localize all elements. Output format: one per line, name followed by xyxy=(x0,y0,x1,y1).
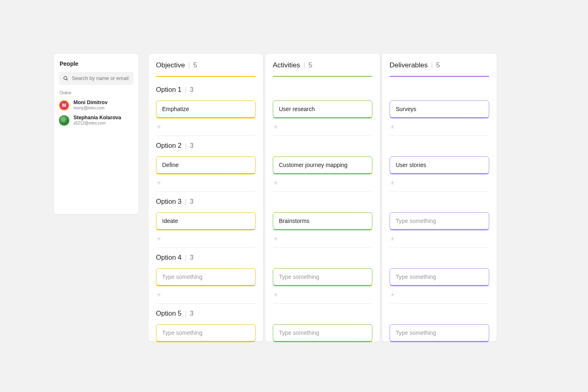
search-icon xyxy=(63,76,69,81)
separator: | xyxy=(431,61,433,69)
add-card-button[interactable]: + xyxy=(273,176,372,190)
section: Brainstorms + xyxy=(273,192,372,248)
card[interactable]: Customer journey mapping xyxy=(273,156,372,174)
card[interactable]: Emphatize xyxy=(156,100,256,118)
separator: | xyxy=(185,86,186,94)
column-objective: Objective | 5 Option 1 | 3 Emphatize + O… xyxy=(149,54,263,341)
section: Surveys + xyxy=(390,80,489,136)
separator: | xyxy=(185,310,186,317)
add-card-button[interactable]: + xyxy=(390,120,489,134)
section: User stories + xyxy=(390,136,489,192)
column-count: 5 xyxy=(436,61,440,69)
spacer xyxy=(390,310,489,324)
column-count: 5 xyxy=(193,61,197,69)
card[interactable]: User research xyxy=(273,100,372,118)
spacer xyxy=(273,86,372,100)
card[interactable]: Type something xyxy=(390,268,489,285)
card[interactable]: Type something xyxy=(273,268,372,285)
section-count: 3 xyxy=(190,142,194,149)
card[interactable]: Type something xyxy=(390,324,489,341)
section-title: Option 4 xyxy=(156,254,181,261)
plus-icon: + xyxy=(157,123,161,131)
plus-icon: + xyxy=(157,179,161,187)
column-title: Deliverables xyxy=(390,61,428,69)
spacer xyxy=(390,198,489,212)
section-title: Option 2 xyxy=(156,142,181,149)
column-count: 5 xyxy=(309,61,312,69)
column-deliverables: Deliverables | 5 Surveys + User stories … xyxy=(382,54,497,341)
add-card-button[interactable]: + xyxy=(156,232,256,246)
person-row[interactable]: Stephania Kolarova s5212@miro.com xyxy=(59,113,134,128)
card[interactable]: Brainstorms xyxy=(273,212,372,229)
column-rule xyxy=(390,76,489,77)
section: Type something + xyxy=(390,192,489,248)
separator: | xyxy=(185,254,186,261)
section: Option 4 | 3 Type something + xyxy=(156,248,256,304)
add-card-button[interactable]: + xyxy=(390,232,489,246)
avatar xyxy=(59,115,69,126)
card[interactable]: Type something xyxy=(156,268,256,285)
online-label: Online xyxy=(59,91,134,95)
search-box[interactable] xyxy=(59,72,134,85)
card[interactable]: Type something xyxy=(156,324,256,341)
card[interactable]: User stories xyxy=(390,156,489,174)
section: Option 2 | 3 Define + xyxy=(156,136,256,192)
section: User research + xyxy=(273,80,372,136)
add-card-button[interactable]: + xyxy=(390,288,489,302)
person-email: mony@miro.com xyxy=(74,106,107,111)
section-count: 3 xyxy=(190,310,194,317)
column-header: Objective | 5 xyxy=(156,61,256,76)
section-header: Option 2 | 3 xyxy=(156,142,256,151)
add-card-button[interactable]: + xyxy=(273,288,372,302)
add-card-button[interactable]: + xyxy=(156,120,256,134)
board: Objective | 5 Option 1 | 3 Emphatize + O… xyxy=(149,54,497,341)
section: Option 5 | 3 Type something xyxy=(156,304,256,341)
card[interactable]: Type something xyxy=(273,324,372,341)
avatar: M xyxy=(59,100,69,111)
plus-icon: + xyxy=(390,291,395,299)
person-row[interactable]: M Moni Dimitrov mony@miro.com xyxy=(59,98,134,113)
column-title: Activities xyxy=(273,61,300,69)
separator: | xyxy=(303,61,305,69)
add-card-button[interactable]: + xyxy=(390,176,489,190)
card[interactable]: Type something xyxy=(390,212,489,229)
spacer xyxy=(390,142,489,156)
section: Customer journey mapping + xyxy=(273,136,372,192)
people-panel: People Online M Moni Dimitrov mony@miro.… xyxy=(54,54,138,214)
section-header: Option 1 | 3 xyxy=(156,86,256,95)
spacer xyxy=(273,198,372,212)
section: Type something xyxy=(390,304,489,341)
card[interactable]: Ideate xyxy=(156,212,256,229)
svg-line-1 xyxy=(67,79,68,80)
plus-icon: + xyxy=(274,179,278,187)
card[interactable]: Surveys xyxy=(390,100,489,118)
spacer xyxy=(273,142,372,156)
column-rule xyxy=(156,76,256,77)
column-header: Deliverables | 5 xyxy=(390,61,489,76)
add-card-button[interactable]: + xyxy=(273,120,372,134)
add-card-button[interactable]: + xyxy=(156,176,256,190)
plus-icon: + xyxy=(274,291,278,299)
section-count: 3 xyxy=(190,254,194,261)
separator: | xyxy=(185,198,186,205)
add-card-button[interactable]: + xyxy=(156,288,256,302)
person-info: Stephania Kolarova s5212@miro.com xyxy=(74,115,121,126)
people-title: People xyxy=(59,60,134,67)
separator: | xyxy=(185,142,186,149)
plus-icon: + xyxy=(390,179,395,187)
plus-icon: + xyxy=(274,235,278,243)
spacer xyxy=(273,254,372,268)
section-title: Option 3 xyxy=(156,198,181,205)
person-name: Stephania Kolarova xyxy=(74,115,121,121)
spacer xyxy=(273,310,372,324)
add-card-button[interactable]: + xyxy=(273,232,372,246)
section: Type something + xyxy=(273,248,372,304)
plus-icon: + xyxy=(390,235,395,243)
plus-icon: + xyxy=(157,291,161,299)
spacer xyxy=(390,254,489,268)
section-title: Option 5 xyxy=(156,310,181,317)
search-input[interactable] xyxy=(72,76,129,81)
section-count: 3 xyxy=(190,198,194,205)
column-header: Activities | 5 xyxy=(273,61,372,76)
card[interactable]: Define xyxy=(156,156,256,174)
